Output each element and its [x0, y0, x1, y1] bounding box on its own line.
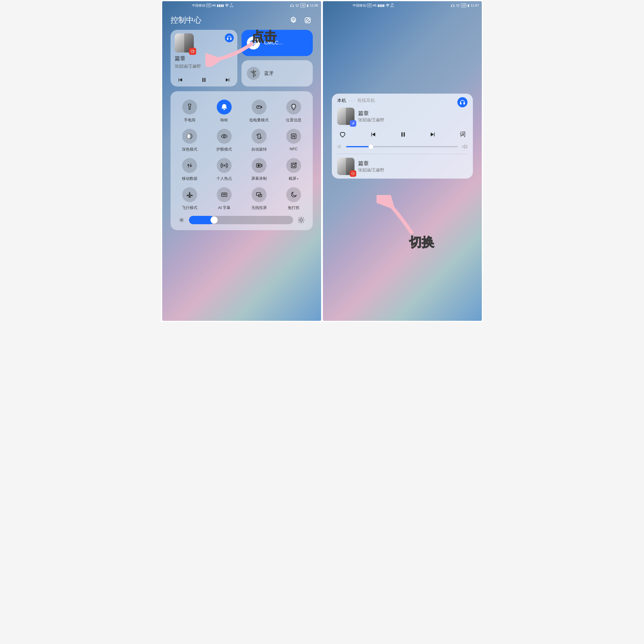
like-button[interactable] — [339, 131, 346, 138]
airplane-icon — [182, 187, 197, 202]
svg-rect-6 — [227, 38, 228, 40]
svg-point-15 — [223, 135, 225, 137]
toggle-dark-mode[interactable]: 深色模式 — [172, 126, 207, 155]
toggle-hotspot[interactable]: 个人热点 — [207, 155, 241, 184]
clock: 11:07 — [470, 4, 479, 7]
netease-badge-icon — [189, 48, 196, 55]
status-bar: 中国移动 HD 46 ▮▮▮▮ 8K/s 58 ▮ 11:06 — [162, 1, 321, 10]
toggle-mobile-data[interactable]: 移动数据 — [172, 155, 207, 184]
toggle-label: 移动数据 — [182, 176, 197, 181]
toggle-airplane[interactable]: 飞行模式 — [172, 184, 207, 213]
queue-item[interactable]: 篇章 张韶涵/王赫野 — [337, 158, 467, 175]
net-tag: 46 — [212, 4, 216, 7]
alarm-status-icon — [456, 4, 460, 7]
page-title: 控制中心 — [171, 15, 284, 25]
hotspot-icon — [217, 158, 232, 173]
carrier-label: 中国移动 — [192, 3, 205, 8]
toggle-screenshot[interactable]: 截屏▾ — [276, 155, 311, 184]
pause-button[interactable] — [400, 131, 406, 138]
song-title: 篇章 — [175, 55, 233, 62]
music-widget[interactable]: 篇章 张韶涵/王赫野 — [171, 30, 237, 86]
prev-button[interactable] — [370, 131, 376, 138]
annotation-switch: 切换 — [409, 234, 434, 250]
audio-output-icon[interactable] — [457, 97, 467, 107]
toggle-label: 屏幕录制 — [251, 176, 267, 181]
ringer-icon — [217, 100, 232, 114]
toggle-label: 自动旋转 — [251, 147, 267, 152]
edit-icon[interactable] — [303, 15, 313, 25]
svg-rect-1 — [291, 6, 291, 7]
now-playing-artist: 张韶涵/王赫野 — [358, 117, 384, 123]
media-output-panel: 本机 · · · 有线耳机 篇章 张韶涵/王赫野 — [332, 94, 473, 179]
brightness-low-icon — [178, 217, 185, 223]
clock: 11:06 — [310, 4, 318, 7]
lyrics-button[interactable]: 词 — [460, 130, 466, 138]
screen-record-icon — [252, 158, 267, 173]
pause-button[interactable] — [201, 77, 207, 83]
audio-output-icon[interactable] — [225, 33, 234, 42]
toggle-ai-subtitle[interactable]: AI 字幕 — [207, 184, 241, 213]
dnd-icon — [286, 187, 301, 202]
battery-icon: ▮ — [467, 4, 469, 7]
wifi-icon — [225, 4, 229, 7]
toggle-dnd[interactable]: 免打扰 — [276, 184, 311, 213]
annotation-arrow-icon — [377, 195, 421, 237]
headphones-status-icon — [451, 4, 455, 7]
wifi-label: CMCC… — [264, 40, 283, 46]
svg-rect-29 — [451, 6, 452, 7]
alarm-status-icon — [295, 4, 299, 7]
toggle-ringer[interactable]: 响铃 — [207, 97, 241, 126]
toggle-flashlight[interactable]: 手电筒 — [172, 97, 207, 126]
toggle-location[interactable]: 位置信息 — [276, 97, 311, 126]
toggle-label: 无线投屏 — [251, 205, 267, 210]
svg-rect-2 — [293, 6, 294, 7]
toggle-label: 位置信息 — [286, 117, 301, 123]
toggle-label: 低电量模式 — [249, 117, 269, 123]
toggle-label: NFC — [290, 147, 298, 151]
bluetooth-label: 蓝牙 — [264, 70, 274, 77]
toggle-label: 手电筒 — [184, 117, 196, 123]
status-bar: 中国移动 HD 46 ▮▮▮▮ 40B/s 58 ▮ 11:07 — [323, 1, 482, 10]
toggle-label: 个人热点 — [216, 176, 232, 181]
signal-icon: ▮▮▮▮ — [377, 4, 385, 7]
svg-rect-23 — [222, 193, 227, 196]
battery-level: 58 — [300, 3, 306, 7]
tab-wired-headphones[interactable]: 有线耳机 — [357, 98, 375, 103]
screenshot-right: 中国移动 HD 46 ▮▮▮▮ 40B/s 58 ▮ 11:07 本机 · · … — [323, 1, 482, 321]
toggle-screen-record[interactable]: 屏幕录制 — [242, 155, 276, 184]
tab-local-device[interactable]: 本机 — [337, 98, 346, 103]
toggle-label: 护眼模式 — [216, 147, 232, 152]
toggle-eye-comfort[interactable]: 护眼模式 — [207, 126, 241, 155]
svg-rect-34 — [401, 132, 403, 137]
prev-button[interactable] — [177, 77, 183, 83]
now-playing-title: 篇章 — [358, 110, 384, 117]
volume-slider[interactable] — [346, 146, 458, 147]
mobile-data-icon — [182, 158, 197, 173]
wireless-proj-icon — [252, 187, 267, 202]
wifi-tile[interactable]: CMCC… — [241, 30, 313, 56]
svg-point-0 — [227, 7, 227, 7]
svg-point-10 — [253, 45, 254, 46]
net-tag: 46 — [373, 4, 377, 7]
toggle-label: 响铃 — [220, 117, 228, 123]
toggle-auto-rotate[interactable]: 自动旋转 — [242, 126, 276, 155]
dark-mode-icon — [182, 129, 197, 144]
toggle-low-power[interactable]: 低电量模式 — [242, 97, 276, 126]
next-button[interactable] — [430, 131, 436, 138]
nfc-icon — [286, 129, 301, 144]
settings-icon[interactable] — [288, 15, 298, 25]
svg-point-27 — [300, 219, 303, 222]
bluetooth-tile[interactable]: 蓝牙 — [241, 60, 313, 86]
flashlight-icon — [182, 100, 197, 114]
svg-rect-8 — [202, 78, 203, 82]
brightness-slider[interactable] — [189, 216, 293, 224]
svg-rect-32 — [460, 103, 461, 104]
next-button[interactable] — [225, 77, 231, 83]
svg-rect-5 — [305, 18, 310, 23]
toggle-nfc[interactable]: NFC — [276, 126, 311, 155]
toggle-wireless-proj[interactable]: 无线投屏 — [242, 184, 276, 213]
quick-toggles-panel: 手电筒响铃低电量模式位置信息深色模式护眼模式自动旋转NFC移动数据个人热点屏幕录… — [171, 91, 313, 230]
battery-level: 58 — [461, 3, 466, 7]
wifi-icon — [247, 36, 260, 49]
speed-unit: K/s — [230, 5, 233, 8]
